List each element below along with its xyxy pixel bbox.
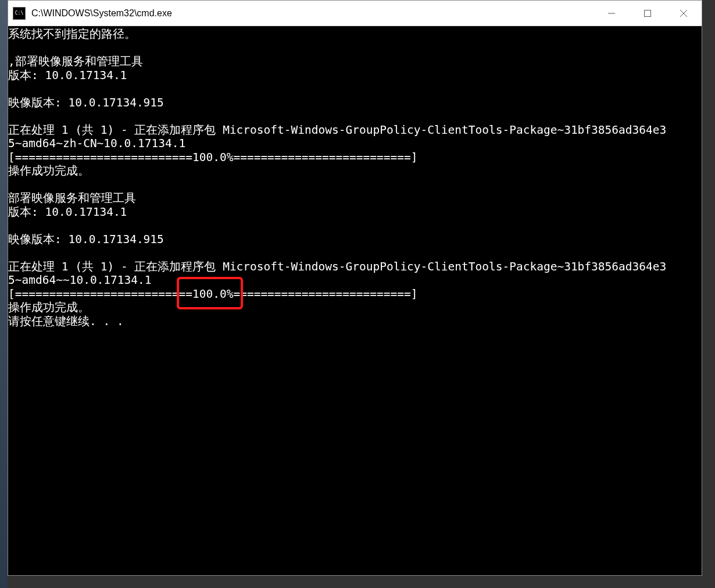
cmd-window: C:\ C:\WINDOWS\System32\cmd.exe 系统找不到指定的…: [8, 0, 702, 576]
titlebar-controls: [594, 1, 702, 26]
terminal-line: 操作成功完成。: [8, 164, 702, 178]
desktop-background-sliver: [0, 0, 8, 588]
terminal-line: 映像版本: 10.0.17134.915: [8, 233, 702, 247]
maximize-icon: [644, 9, 652, 17]
titlebar[interactable]: C:\ C:\WINDOWS\System32\cmd.exe: [8, 1, 702, 26]
svg-rect-1: [645, 10, 651, 16]
minimize-button[interactable]: [594, 1, 630, 26]
terminal-line: [8, 219, 702, 233]
terminal-line: [8, 178, 702, 192]
terminal-line: 版本: 10.0.17134.1: [8, 69, 702, 83]
maximize-button[interactable]: [630, 1, 666, 26]
terminal-line: [8, 41, 702, 55]
window-title: C:\WINDOWS\System32\cmd.exe: [31, 8, 594, 19]
terminal-line: 正在处理 1 (共 1) - 正在添加程序包 Microsoft-Windows…: [8, 123, 702, 137]
terminal-line: 版本: 10.0.17134.1: [8, 205, 702, 219]
terminal-line: 部署映像服务和管理工具: [8, 191, 702, 205]
terminal-line: [==========================100.0%=======…: [8, 151, 702, 165]
terminal-line: 映像版本: 10.0.17134.915: [8, 96, 702, 110]
terminal-line: 正在处理 1 (共 1) - 正在添加程序包 Microsoft-Windows…: [8, 260, 702, 274]
close-icon: [680, 9, 688, 17]
terminal-line: 请按任意键继续. . .: [8, 315, 702, 329]
terminal-line: [8, 246, 702, 260]
terminal-line: 5~amd64~~10.0.17134.1: [8, 273, 702, 287]
minimize-icon: [607, 9, 616, 17]
terminal-line: 操作成功完成。: [8, 301, 702, 315]
terminal-line: [8, 82, 702, 96]
terminal-line: 系统找不到指定的路径。: [8, 27, 702, 41]
terminal-line: ,部署映像服务和管理工具: [8, 55, 702, 69]
terminal-line: [==========================100.0%=======…: [8, 287, 702, 301]
terminal-line: 5~amd64~zh-CN~10.0.17134.1: [8, 137, 702, 151]
cmd-icon-text: C:\: [15, 11, 23, 16]
terminal-output[interactable]: 系统找不到指定的路径。 ,部署映像服务和管理工具版本: 10.0.17134.1…: [8, 26, 702, 575]
terminal-line: [8, 109, 702, 123]
cmd-icon: C:\: [13, 7, 26, 20]
close-button[interactable]: [666, 1, 702, 26]
